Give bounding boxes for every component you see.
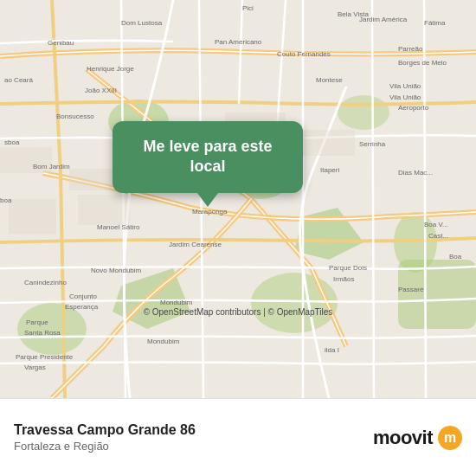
location-name: Travessa Campo Grande 86 <box>14 422 373 438</box>
moovit-icon: m <box>444 430 456 446</box>
location-region: Fortaleza e Região <box>14 440 373 453</box>
location-info: Travessa Campo Grande 86 Fortaleza e Reg… <box>14 422 373 453</box>
map-callout[interactable]: Me leve para este local <box>113 121 303 193</box>
svg-rect-11 <box>69 169 113 190</box>
svg-point-3 <box>338 95 389 130</box>
callout-text: Me leve para este local <box>143 138 272 175</box>
bottom-bar: Travessa Campo Grande 86 Fortaleza e Reg… <box>0 398 476 476</box>
map-container: PiciBela VistaDom LustosaJardim AméricaF… <box>0 0 476 398</box>
svg-rect-14 <box>303 130 355 156</box>
moovit-logo: moovit m <box>373 426 462 450</box>
moovit-dot: m <box>438 426 462 450</box>
svg-rect-10 <box>0 147 52 173</box>
moovit-text: moovit <box>373 427 433 449</box>
svg-rect-16 <box>78 195 130 225</box>
svg-rect-15 <box>9 199 56 234</box>
map-attribution: © OpenStreetMap contributors | © OpenMap… <box>0 304 476 320</box>
